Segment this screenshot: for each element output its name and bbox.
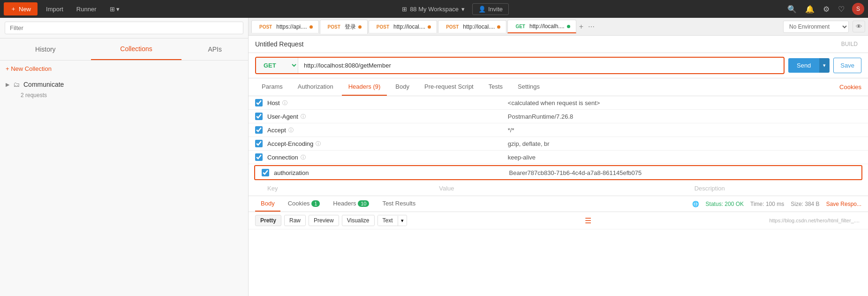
method-select[interactable]: GET (256, 58, 298, 73)
tab-dot-1 (358, 25, 362, 29)
more-tabs-button[interactable]: ⋯ (586, 23, 596, 30)
send-button[interactable]: Send (788, 58, 819, 73)
header-check-authorization[interactable] (262, 169, 269, 176)
req-tab-4[interactable]: GET http://localh.... (507, 20, 576, 33)
text-format-label: Text (378, 215, 398, 226)
tab-body[interactable]: Body (389, 78, 416, 96)
folder-icon: 🗂 (13, 81, 20, 88)
request-title: Untitled Request (255, 40, 304, 48)
resp-tab-test-results[interactable]: Test Results (377, 196, 421, 212)
tab-pre-request[interactable]: Pre-request Script (418, 78, 480, 96)
globe-icon: 🌐 (692, 201, 699, 207)
header-key-host: Host ⓘ (267, 99, 503, 106)
eye-button[interactable]: 👁 (853, 21, 865, 32)
url-bar: GET (255, 57, 785, 74)
tab-headers[interactable]: Headers (9) (342, 78, 387, 96)
info-icon-connection[interactable]: ⓘ (301, 154, 306, 161)
top-bar-icons: 🔍 🔔 ⚙ ♡ S (786, 3, 864, 15)
req-tab-0[interactable]: POST https://api.... (251, 20, 319, 33)
tab-params[interactable]: Params (255, 78, 289, 96)
post-badge-1: POST (326, 24, 342, 30)
build-area: BUILD (841, 41, 861, 47)
preview-button[interactable]: Preview (309, 215, 339, 226)
tab-tests[interactable]: Tests (482, 78, 509, 96)
post-badge-0: POST (257, 24, 274, 30)
req-tab-url-3: http://local.... (463, 23, 495, 30)
send-dropdown-button[interactable]: ▾ (819, 58, 830, 73)
top-bar-center: ⊞ 88 My Workspace ▾ 👤 Invite (128, 3, 783, 15)
collection-name: Communicate (23, 81, 64, 88)
cookies-link[interactable]: Cookies (839, 83, 861, 91)
header-check-user-agent[interactable] (255, 113, 263, 120)
collection-sub-label: 2 requests (0, 92, 248, 99)
tab-authorization[interactable]: Authorization (291, 78, 340, 96)
heart-icon[interactable]: ♡ (837, 4, 845, 15)
wrap-icon[interactable]: ☰ (585, 216, 591, 225)
url-bar-row: GET Send ▾ Save (255, 57, 861, 74)
layout-button[interactable]: ⊞ ▾ (105, 3, 125, 15)
tab-dot-4 (567, 25, 570, 28)
add-tab-button[interactable]: + (577, 23, 585, 31)
response-section: Body Cookies 1 Headers 10 Test Results 🌐… (249, 196, 868, 296)
req-tab-1[interactable]: POST 登录 (320, 20, 368, 34)
search-icon[interactable]: 🔍 (786, 4, 798, 15)
url-input[interactable] (298, 58, 784, 73)
workspace-button[interactable]: ⊞ 88 My Workspace ▾ (402, 6, 465, 13)
raw-button[interactable]: Raw (284, 215, 306, 226)
visualize-button[interactable]: Visualize (342, 215, 375, 226)
req-tab-url-2: http://local.... (393, 23, 425, 30)
header-check-connection[interactable] (255, 153, 263, 161)
runner-button[interactable]: Runner (72, 3, 101, 15)
import-button[interactable]: Import (41, 3, 68, 15)
sidebar: History Collections APIs + New Collectio… (0, 18, 249, 296)
header-key-accept: Accept ⓘ (267, 127, 503, 134)
avatar[interactable]: S (852, 3, 864, 15)
header-value-accept-encoding: gzip, deflate, br (508, 140, 861, 147)
top-bar: ＋ New Import Runner ⊞ ▾ ⊞ 88 My Workspac… (0, 0, 868, 18)
info-icon-accept-encoding[interactable]: ⓘ (316, 140, 321, 147)
tab-dot-0 (309, 25, 313, 29)
plus-icon: ＋ (10, 5, 16, 13)
settings-icon[interactable]: ⚙ (822, 4, 830, 15)
header-check-accept[interactable] (255, 126, 263, 134)
filter-input[interactable] (5, 22, 243, 34)
request-panel: POST https://api.... POST 登录 POST http:/… (249, 18, 868, 296)
header-check-host[interactable] (255, 99, 263, 106)
header-check-accept-encoding[interactable] (255, 140, 263, 147)
new-button[interactable]: ＋ New (4, 2, 38, 15)
sidebar-tab-history[interactable]: History (0, 38, 91, 60)
sidebar-tab-apis[interactable]: APIs (181, 38, 248, 60)
format-bar: Pretty Raw Preview Visualize Text ▾ ☰ ht… (249, 212, 868, 229)
time-text: Time: 100 ms (750, 201, 784, 207)
header-value-host: <calculated when request is sent> (508, 99, 861, 106)
req-tab-2[interactable]: POST http://local.... (369, 20, 437, 33)
header-row-accept-encoding: Accept-Encoding ⓘ gzip, deflate, br (249, 137, 868, 151)
sidebar-filter-area (0, 18, 248, 38)
req-tab-3[interactable]: POST http://local.... (438, 20, 506, 33)
header-row-host: Host ⓘ <calculated when request is sent> (249, 96, 868, 110)
header-value-authorization: Bearer787cb830-71b6-4c4d-a7a8-861145efb0… (509, 169, 855, 176)
environment-select[interactable]: No Environment (783, 21, 849, 33)
collection-communicate[interactable]: ▶ 🗂 Communicate (0, 77, 248, 92)
pretty-button[interactable]: Pretty (255, 215, 281, 226)
text-format-dropdown[interactable]: ▾ (398, 216, 407, 226)
header-row-accept: Accept ⓘ */* (249, 123, 868, 137)
save-button[interactable]: Save (833, 58, 861, 73)
invite-button[interactable]: 👤 Invite (472, 3, 509, 15)
resp-tab-body[interactable]: Body (255, 196, 280, 212)
size-text: Size: 384 B (791, 201, 819, 207)
bell-icon[interactable]: 🔔 (804, 4, 815, 15)
new-collection-button[interactable]: + New Collection (0, 61, 248, 77)
resp-tab-headers[interactable]: Headers 10 (327, 196, 375, 212)
post-badge-3: POST (444, 24, 460, 30)
info-icon-accept[interactable]: ⓘ (288, 127, 294, 134)
new-label: New (19, 6, 31, 13)
workspace-label: 88 My Workspace (410, 6, 459, 13)
info-icon-host[interactable]: ⓘ (282, 99, 287, 106)
save-response-button[interactable]: Save Respo... (826, 201, 861, 207)
tab-settings[interactable]: Settings (511, 78, 546, 96)
info-icon-user-agent[interactable]: ⓘ (301, 113, 306, 120)
response-tabs-bar: Body Cookies 1 Headers 10 Test Results 🌐… (249, 196, 868, 212)
sidebar-tab-collections[interactable]: Collections (91, 38, 182, 60)
resp-tab-cookies[interactable]: Cookies 1 (282, 196, 326, 212)
